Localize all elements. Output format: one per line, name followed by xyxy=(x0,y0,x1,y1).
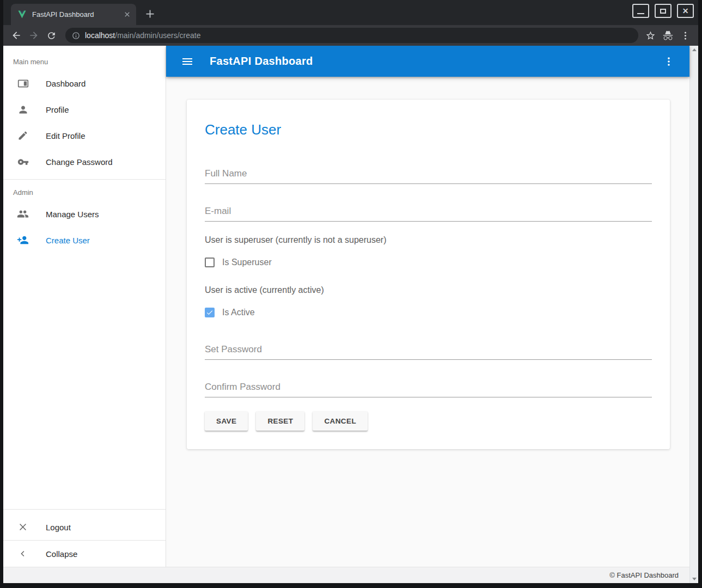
page-scrollbar[interactable] xyxy=(689,46,698,583)
url-host: localhost xyxy=(85,31,115,40)
back-icon xyxy=(11,30,22,41)
content-area: Create User Full Name E-mail User is sup… xyxy=(166,77,689,567)
vue-logo-icon xyxy=(17,10,27,19)
hamburger-icon xyxy=(181,55,194,68)
window-close-icon: ✕ xyxy=(682,7,689,15)
bookmark-button[interactable] xyxy=(643,28,658,43)
browser-toolbar: localhost/main/admin/users/create xyxy=(3,25,698,46)
set-password-placeholder: Set Password xyxy=(205,344,652,355)
sidebar-item-edit-profile[interactable]: Edit Profile xyxy=(3,122,166,149)
address-bar[interactable]: localhost/main/admin/users/create xyxy=(65,28,638,43)
window-close-button[interactable]: ✕ xyxy=(677,4,694,18)
kebab-menu-icon xyxy=(663,56,675,68)
new-tab-icon xyxy=(144,8,156,20)
sidebar-item-logout[interactable]: Logout xyxy=(3,514,166,540)
is-active-checkbox-row[interactable]: Is Active xyxy=(205,307,652,318)
scroll-down-arrow-icon[interactable] xyxy=(692,578,697,580)
cancel-button[interactable]: CANCEL xyxy=(313,411,368,431)
create-user-card: Create User Full Name E-mail User is sup… xyxy=(187,100,670,449)
input-underline xyxy=(205,397,652,397)
is-superuser-label: Is Superuser xyxy=(222,258,272,267)
sidebar-section-admin: Admin xyxy=(3,188,166,197)
superuser-hint: User is superuser (currently is not a su… xyxy=(205,235,652,246)
info-icon xyxy=(72,32,80,40)
key-icon xyxy=(16,155,29,168)
copyright-text: © FastAPI Dashboard xyxy=(609,571,679,579)
main-area: FastAPI Dashboard Create User Full Name xyxy=(166,46,689,567)
sidebar-item-dashboard[interactable]: Dashboard xyxy=(3,70,166,96)
tab-title: FastAPI Dashboard xyxy=(32,10,122,19)
is-superuser-checkbox-row[interactable]: Is Superuser xyxy=(205,257,652,268)
star-icon xyxy=(645,30,656,41)
sidebar-divider xyxy=(3,509,166,510)
full-name-field[interactable]: Full Name xyxy=(205,168,652,184)
close-icon xyxy=(16,520,29,534)
sidebar-item-profile[interactable]: Profile xyxy=(3,96,166,122)
form-actions: SAVE RESET CANCEL xyxy=(205,411,652,431)
input-underline xyxy=(205,359,652,360)
window-maximize-icon xyxy=(660,9,666,14)
sidebar-item-create-user[interactable]: Create User xyxy=(3,227,166,253)
set-password-field[interactable]: Set Password xyxy=(205,344,652,360)
app-title: FastAPI Dashboard xyxy=(210,55,313,68)
app-bar: FastAPI Dashboard xyxy=(166,46,689,77)
hamburger-menu-button[interactable] xyxy=(181,55,194,68)
window-minimize-icon xyxy=(637,13,644,14)
active-hint: User is active (currently active) xyxy=(205,285,652,296)
person-icon xyxy=(16,103,29,116)
browser-window: FastAPI Dashboard ✕ xyxy=(0,0,702,588)
incognito-icon xyxy=(662,30,674,41)
url-path: /main/admin/users/create xyxy=(115,31,200,40)
sidebar-item-collapse[interactable]: Collapse xyxy=(3,541,166,567)
window-maximize-button[interactable] xyxy=(655,4,672,18)
browser-tab[interactable]: FastAPI Dashboard xyxy=(11,4,136,25)
checkbox-checked-icon[interactable] xyxy=(205,308,215,317)
full-name-placeholder: Full Name xyxy=(205,168,652,179)
window-minimize-button[interactable] xyxy=(632,4,649,18)
page-viewport: Main menu Dashboard Profile xyxy=(3,46,698,583)
sidebar-divider xyxy=(3,179,166,180)
tab-strip: FastAPI Dashboard ✕ xyxy=(3,0,698,25)
forward-icon xyxy=(28,30,39,41)
back-button[interactable] xyxy=(9,28,24,43)
url-text: localhost/main/admin/users/create xyxy=(85,31,200,40)
save-button[interactable]: SAVE xyxy=(205,411,248,431)
confirm-password-field[interactable]: Confirm Password xyxy=(205,382,652,397)
group-icon xyxy=(16,207,29,220)
browser-menu-icon xyxy=(680,30,691,41)
scroll-up-arrow-icon[interactable] xyxy=(692,48,697,51)
forward-button[interactable] xyxy=(26,28,41,43)
checkbox-unchecked-icon[interactable] xyxy=(205,258,215,267)
page-footer: © FastAPI Dashboard xyxy=(3,567,689,583)
confirm-password-placeholder: Confirm Password xyxy=(205,382,652,393)
appbar-menu-button[interactable] xyxy=(662,55,675,68)
chevron-left-icon xyxy=(16,547,29,560)
new-tab-button[interactable] xyxy=(142,5,158,22)
browser-menu-button[interactable] xyxy=(677,28,693,43)
dashboard-icon xyxy=(16,77,29,90)
person-add-icon xyxy=(16,234,29,247)
incognito-indicator xyxy=(660,28,675,43)
sidebar-item-manage-users[interactable]: Manage Users xyxy=(3,201,166,227)
input-underline xyxy=(205,221,652,222)
reload-button[interactable] xyxy=(44,28,59,43)
sidebar-item-change-password[interactable]: Change Password xyxy=(3,149,166,175)
is-active-label: Is Active xyxy=(222,308,255,317)
email-placeholder: E-mail xyxy=(205,206,652,217)
reset-button[interactable]: RESET xyxy=(256,411,304,431)
reload-icon xyxy=(46,30,57,41)
page-title: Create User xyxy=(205,121,652,138)
edit-icon xyxy=(16,129,29,142)
sidebar-section-main-menu: Main menu xyxy=(3,58,166,66)
sidebar: Main menu Dashboard Profile xyxy=(3,46,166,567)
window-controls: ✕ xyxy=(632,4,694,18)
input-underline xyxy=(205,183,652,184)
browser-chrome: FastAPI Dashboard ✕ xyxy=(3,0,698,46)
email-field[interactable]: E-mail xyxy=(205,206,652,222)
tab-close-icon[interactable] xyxy=(122,10,132,20)
